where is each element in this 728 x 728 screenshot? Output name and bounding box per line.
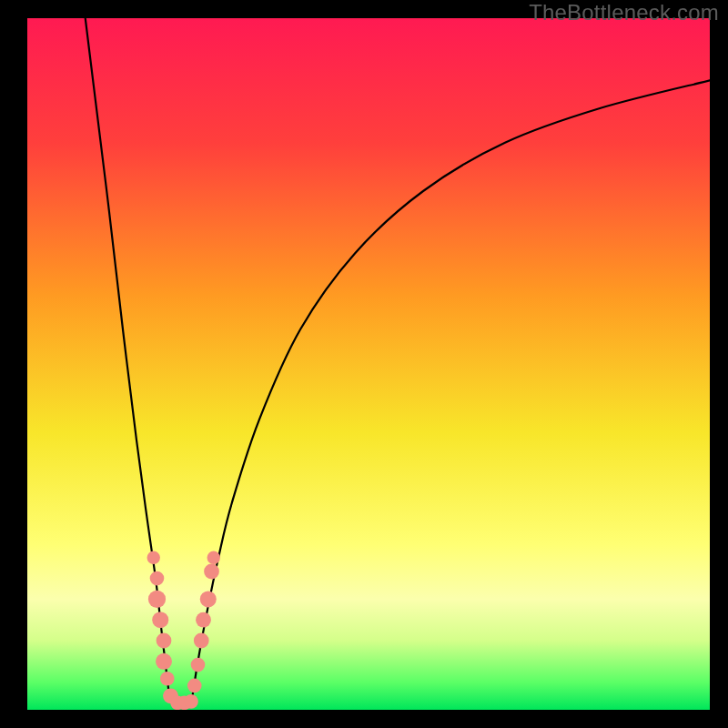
- gradient-background: [27, 18, 710, 710]
- data-point-marker: [156, 653, 172, 670]
- plot-area: [27, 18, 710, 710]
- data-point-marker: [187, 679, 202, 693]
- data-point-marker: [150, 571, 165, 586]
- data-point-marker: [148, 591, 166, 608]
- data-point-marker: [191, 658, 206, 672]
- chart-svg: [27, 18, 710, 710]
- data-point-marker: [160, 672, 175, 686]
- data-point-marker: [196, 612, 211, 628]
- chart-frame: TheBottleneck.com: [0, 0, 728, 728]
- data-point-marker: [147, 551, 160, 564]
- data-point-marker: [157, 633, 172, 649]
- data-point-marker: [184, 694, 198, 709]
- data-point-marker: [204, 564, 219, 580]
- data-point-marker: [152, 612, 168, 628]
- watermark-text: TheBottleneck.com: [529, 0, 719, 25]
- data-point-marker: [207, 551, 220, 564]
- data-point-marker: [194, 633, 209, 649]
- data-point-marker: [200, 591, 217, 607]
